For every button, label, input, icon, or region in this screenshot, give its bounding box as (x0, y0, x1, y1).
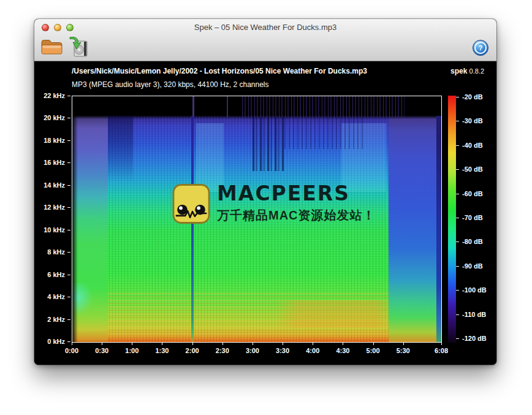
db-tick (456, 290, 459, 291)
db-label: -100 dB (462, 286, 487, 294)
time-label: 6:08 (435, 347, 448, 354)
folder-open-icon (40, 37, 63, 56)
freq-label: 2 kHz (47, 316, 65, 323)
freq-label: 20 kHz (44, 114, 65, 121)
watermark-brand: MACPEERS (217, 183, 376, 205)
freq-tick (67, 319, 70, 320)
quiet-stripes-3m30 (284, 117, 365, 149)
freq-tick (67, 252, 70, 253)
right-edge-band (436, 116, 441, 342)
db-label: -20 dB (462, 93, 483, 101)
db-tick (456, 194, 459, 194)
time-tick (343, 342, 343, 345)
db-label: -50 dB (462, 166, 483, 173)
watermark-tagline: 万千精品MAC资源始发站！ (217, 207, 376, 224)
db-label: -110 dB (462, 311, 486, 318)
db-label: -60 dB (462, 190, 483, 197)
above-cutoff-purple-streaks (242, 96, 405, 117)
db-label: -70 dB (462, 214, 483, 221)
above-cutoff-spike-1 (192, 96, 194, 117)
save-disk-icon (67, 36, 89, 58)
above-cutoff-spike-2 (227, 96, 228, 117)
freq-tick (67, 140, 70, 141)
time-tick (403, 342, 404, 345)
file-path-label: /Users/Nick/Music/Lemon Jelly/2002 - Los… (72, 67, 367, 75)
time-tick (162, 342, 162, 345)
freq-label: 4 kHz (47, 293, 65, 300)
freq-label: 18 kHz (44, 137, 65, 144)
time-label: 3:00 (246, 347, 259, 354)
time-label: 5:00 (367, 347, 380, 354)
question-mark-icon: ? (474, 42, 487, 54)
db-tick (456, 169, 459, 170)
time-label: 2:00 (186, 347, 199, 354)
freq-tick (67, 162, 70, 163)
time-label: 0:30 (95, 347, 108, 354)
time-tick (192, 342, 193, 345)
db-tick (456, 266, 459, 267)
frequency-axis: 22 kHz20 kHz18 kHz16 kHz14 kHz12 kHz10 k… (34, 96, 72, 341)
freq-tick (67, 96, 70, 96)
time-label: 2:30 (216, 347, 229, 354)
time-tick (253, 342, 253, 345)
freq-label: 8 kHz (47, 248, 65, 256)
watermark: MACPEERS 万千精品MAC资源始发站！ (172, 183, 376, 224)
app-version-number: 0.8.2 (469, 67, 484, 75)
db-label: -80 dB (462, 238, 483, 245)
time-tick (283, 342, 283, 345)
open-file-button[interactable] (39, 35, 64, 58)
db-label: -40 dB (462, 142, 483, 149)
time-tick (72, 342, 72, 345)
window-title: Spek – 05 Nice Weather For Ducks.mp3 (34, 23, 496, 32)
time-label: 4:30 (336, 347, 349, 354)
freq-tick (67, 207, 70, 208)
time-label: 5:30 (397, 347, 410, 354)
db-tick (456, 145, 459, 146)
freq-tick (67, 297, 70, 297)
freq-tick (67, 118, 70, 118)
db-tick (456, 314, 459, 315)
time-label: 0:00 (65, 347, 78, 354)
time-label: 1:30 (155, 347, 169, 354)
quiet-region-0m35 (108, 116, 133, 182)
freq-label: 16 kHz (44, 159, 65, 166)
time-label: 3:30 (276, 347, 289, 354)
silence-gap-2m00 (191, 116, 194, 342)
time-axis: 0:000:301:001:302:002:303:003:304:004:30… (72, 342, 441, 358)
time-tick (441, 342, 442, 345)
spectrogram-panel: /Users/Nick/Music/Lemon Jelly/2002 - Los… (34, 61, 496, 365)
spectrogram-plot: MACPEERS 万千精品MAC资源始发站！ (72, 96, 442, 343)
low-freq-orange-patch (275, 300, 397, 327)
format-info-label: MP3 (MPEG audio layer 3), 320 kbps, 4410… (72, 80, 269, 89)
save-button[interactable] (66, 35, 91, 58)
db-label: -120 dB (462, 335, 487, 342)
quiet-stripes-3m00 (253, 117, 284, 171)
db-tick (456, 218, 459, 218)
freq-label: 10 kHz (44, 226, 65, 234)
time-label: 1:00 (125, 347, 139, 354)
db-tick (456, 97, 459, 97)
freq-label: 6 kHz (47, 271, 65, 278)
app-name: spek (450, 67, 467, 75)
db-label: -90 dB (462, 262, 483, 270)
time-tick (222, 342, 223, 345)
spek-window: Spek – 05 Nice Weather For Ducks.mp3 ? /… (34, 19, 496, 365)
freq-tick (67, 230, 70, 230)
db-legend-axis: -20 dB-30 dB-40 dB-50 dB-60 dB-70 dB-80 … (456, 97, 496, 338)
help-button[interactable]: ? (473, 40, 488, 56)
freq-label: 14 kHz (44, 181, 65, 189)
freq-tick (67, 275, 70, 275)
db-tick (456, 338, 459, 339)
time-tick (102, 342, 102, 345)
db-legend-bar (448, 96, 456, 343)
time-tick (313, 342, 313, 345)
outro-quiet-column (389, 96, 441, 342)
title-bar[interactable]: Spek – 05 Nice Weather For Ducks.mp3 ? (34, 19, 496, 61)
time-label: 4:00 (306, 347, 319, 354)
watermark-text-block: MACPEERS 万千精品MAC资源始发站！ (217, 183, 376, 224)
db-tick (456, 121, 459, 121)
freq-tick (67, 185, 70, 186)
time-tick (132, 342, 132, 345)
macpeers-logo-icon (172, 183, 210, 224)
freq-tick (67, 341, 70, 342)
